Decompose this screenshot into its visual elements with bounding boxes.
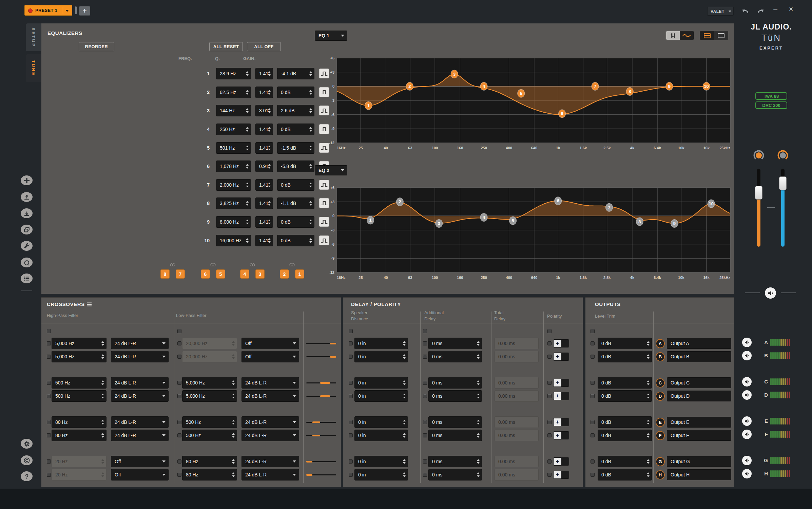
eq-band-freq-field[interactable]: 1,078 Hz — [216, 161, 251, 172]
hpf-slope-dropdown[interactable]: 24 dB L-R — [111, 338, 169, 349]
stepper-arrows[interactable] — [309, 71, 312, 76]
speaker-distance-field[interactable]: 0 in — [354, 377, 408, 389]
lpf-row-checkbox[interactable] — [177, 341, 181, 345]
stepper-arrows[interactable] — [268, 238, 271, 243]
polarity-row-checkbox[interactable] — [547, 394, 552, 398]
output-name-field[interactable]: Output E — [667, 417, 731, 428]
hpf-freq-field[interactable]: 20 Hz — [52, 456, 107, 467]
lpf-freq-field[interactable]: 500 Hz — [182, 430, 237, 441]
drc-device-button[interactable]: DRC 200 — [755, 101, 787, 109]
polarity-row-checkbox[interactable] — [547, 459, 552, 464]
eq-band-gain-field[interactable]: -1.5 dB — [277, 142, 314, 154]
eq-band-freq-field[interactable]: 16,000 Hz — [216, 235, 251, 246]
all-reset-button[interactable]: ALL RESET — [209, 42, 243, 51]
stepper-arrows[interactable] — [101, 459, 104, 464]
hpf-row-checkbox[interactable] — [47, 473, 51, 477]
polarity-toggle[interactable]: + — [553, 431, 569, 439]
list-button[interactable] — [21, 274, 33, 283]
master-fader-handle[interactable] — [755, 186, 762, 200]
revert-button[interactable] — [21, 258, 33, 267]
stepper-arrows[interactable] — [268, 183, 271, 187]
stepper-arrows[interactable] — [477, 420, 480, 425]
stepper-arrows[interactable] — [246, 238, 249, 243]
trim-group-checkbox[interactable] — [591, 329, 595, 333]
polarity-minus-segment[interactable] — [561, 340, 569, 347]
level-trim-field[interactable]: 0 dB — [598, 456, 652, 467]
help-button[interactable] — [21, 471, 33, 481]
stepper-arrows[interactable] — [477, 380, 480, 385]
speaker-distance-field[interactable]: 0 in — [354, 456, 408, 467]
polarity-toggle[interactable]: + — [553, 339, 569, 347]
eq-band-q-field[interactable]: 1.41 — [255, 124, 273, 135]
hpf-slope-dropdown[interactable]: 24 dB L-R — [111, 390, 169, 402]
trim-row-checkbox[interactable] — [591, 433, 595, 437]
eq-band-q-field[interactable]: 1.41 — [255, 142, 273, 154]
trim-row-checkbox[interactable] — [591, 341, 595, 345]
delay-row-checkbox[interactable] — [423, 420, 427, 424]
download-button[interactable] — [21, 208, 33, 218]
stepper-arrows[interactable] — [101, 341, 104, 346]
stepper-arrows[interactable] — [309, 90, 312, 95]
eq-band-q-field[interactable]: 3.01 — [255, 105, 273, 116]
hpf-freq-field[interactable]: 80 Hz — [52, 416, 107, 428]
lpf-freq-field[interactable]: 80 Hz — [182, 469, 237, 480]
stepper-arrows[interactable] — [477, 354, 480, 359]
distance-row-checkbox[interactable] — [349, 381, 353, 385]
stepper-arrows[interactable] — [477, 472, 480, 477]
stepper-arrows[interactable] — [232, 420, 235, 425]
redo-button[interactable] — [756, 7, 765, 17]
twk-device-button[interactable]: TwK 88 — [755, 92, 787, 100]
curve-view-button[interactable] — [680, 31, 693, 40]
stepper-arrows[interactable] — [647, 341, 650, 346]
polarity-minus-segment[interactable] — [561, 392, 569, 400]
polarity-plus-segment[interactable]: + — [554, 392, 561, 400]
stepper-arrows[interactable] — [246, 127, 249, 132]
hpf-row-checkbox[interactable] — [47, 341, 51, 345]
stepper-arrows[interactable] — [101, 380, 104, 385]
stepper-arrows[interactable] — [647, 354, 650, 359]
distance-row-checkbox[interactable] — [349, 341, 353, 345]
all-off-button[interactable]: ALL OFF — [247, 42, 281, 51]
eq-band-gain-field[interactable]: -1.1 dB — [277, 197, 314, 209]
lpf-slope-dropdown[interactable]: 24 dB L-R — [241, 390, 299, 402]
output-name-field[interactable]: Output G — [667, 456, 731, 467]
stepper-arrows[interactable] — [246, 220, 249, 224]
polarity-plus-segment[interactable]: + — [554, 418, 561, 426]
crossovers-menu-button[interactable] — [86, 302, 92, 308]
lpf-row-checkbox[interactable] — [177, 473, 181, 477]
lpf-freq-field[interactable]: 5,000 Hz — [182, 377, 237, 389]
level-trim-field[interactable]: 0 dB — [598, 430, 652, 441]
lpf-slope-dropdown[interactable]: 24 dB L-R — [241, 456, 299, 467]
output-name-field[interactable]: Output C — [667, 377, 731, 388]
polarity-toggle[interactable]: + — [553, 392, 569, 400]
eq-band-freq-field[interactable]: 3,825 Hz — [216, 197, 251, 209]
lpf-row-checkbox[interactable] — [177, 420, 181, 424]
hpf-row-checkbox[interactable] — [47, 420, 51, 424]
eq2-graph[interactable]: 1234567891016Hz2540631001602504006401k1.… — [324, 186, 734, 287]
polarity-minus-segment[interactable] — [561, 418, 569, 426]
delay-row-checkbox[interactable] — [423, 473, 427, 477]
hpf-group-checkbox[interactable] — [47, 329, 51, 333]
eq-band-q-field[interactable]: 1.41 — [255, 87, 273, 98]
lpf-freq-field[interactable]: 80 Hz — [182, 456, 237, 467]
eq-band-q-field[interactable]: 1.41 — [255, 68, 273, 79]
total-delay-readout[interactable]: 0.00 ms — [495, 430, 539, 441]
stepper-arrows[interactable] — [647, 472, 650, 477]
total-delay-readout[interactable]: 0.00 ms — [495, 351, 539, 362]
eq-band-gain-field[interactable]: 0 dB — [277, 179, 314, 191]
gain-knob-icon[interactable] — [753, 149, 765, 162]
output-mute-button[interactable] — [742, 469, 752, 478]
delay-row-checkbox[interactable] — [423, 459, 427, 464]
stepper-arrows[interactable] — [403, 354, 406, 359]
eq1-selector-dropdown[interactable]: EQ 1 — [315, 31, 347, 41]
polarity-minus-segment[interactable] — [561, 379, 569, 387]
output-mute-button[interactable] — [742, 430, 752, 439]
output-mute-button[interactable] — [742, 351, 752, 360]
upload-button[interactable] — [21, 192, 33, 202]
tab-tune[interactable]: TUNE — [26, 54, 41, 82]
stepper-arrows[interactable] — [309, 127, 312, 132]
stepper-arrows[interactable] — [246, 90, 249, 95]
valet-dropdown[interactable]: VALET — [707, 7, 734, 16]
level-trim-field[interactable]: 0 dB — [598, 416, 652, 428]
eq-band-q-field[interactable]: 1.41 — [255, 197, 273, 209]
